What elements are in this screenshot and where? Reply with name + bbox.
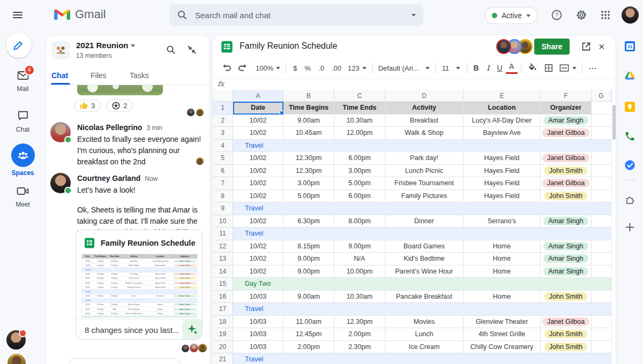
formula-bar[interactable]: fx	[213, 78, 616, 91]
plus-icon[interactable]	[624, 222, 635, 233]
cell[interactable]: John Smith	[541, 190, 592, 203]
cell[interactable]: 10/03	[233, 328, 283, 341]
cell[interactable]: Kid's Bedtime	[385, 253, 463, 266]
row-header-12[interactable]: 12	[213, 240, 233, 253]
fill-handle[interactable]	[280, 111, 284, 115]
cell[interactable]: Amar Singh	[541, 253, 592, 266]
cell[interactable]: John Smith	[541, 165, 592, 178]
column-header-C[interactable]: C	[334, 90, 385, 102]
cell[interactable]: 10/02	[233, 253, 283, 266]
band-cell[interactable]: Travel	[233, 228, 611, 240]
row-header-6[interactable]: 6	[213, 165, 233, 178]
cell[interactable]: Dinner	[385, 215, 463, 228]
cell[interactable]: John Smith	[541, 328, 592, 341]
tab-files[interactable]: Files	[91, 66, 107, 85]
cell[interactable]: 10/02	[233, 240, 283, 253]
cell[interactable]: Walk & Shop	[385, 127, 463, 140]
search-options-caret-icon[interactable]	[412, 14, 416, 17]
cell[interactable]	[592, 152, 611, 165]
row-header-1[interactable]: 1	[213, 102, 233, 115]
row-header-3[interactable]: 3	[213, 127, 233, 140]
row-header-13[interactable]: 13	[213, 253, 233, 266]
cell[interactable]: 10.30am	[334, 115, 385, 127]
search-bar[interactable]: Search mail and chat	[169, 4, 423, 26]
format-percent-button[interactable]: %	[304, 64, 311, 72]
cell[interactable]: Breakfast	[385, 115, 463, 127]
cell[interactable]: Amar Singh	[541, 240, 592, 253]
cell[interactable]: 4th Street Grille	[463, 328, 541, 341]
column-header-A[interactable]: A	[233, 90, 283, 102]
band-cell[interactable]: Travel	[233, 202, 611, 215]
user-avatar[interactable]	[622, 6, 639, 24]
cell[interactable]: 5.00pm	[283, 190, 334, 203]
cell[interactable]: Ice Cream	[385, 341, 463, 354]
sparkle-icon[interactable]	[182, 319, 202, 339]
cell[interactable]: John Smith	[541, 341, 592, 354]
cell[interactable]: Glenview Theater	[463, 316, 541, 329]
cell[interactable]: Hayes Field	[463, 165, 541, 178]
undo-icon[interactable]	[221, 63, 232, 73]
cell[interactable]: Hayes Field	[463, 190, 541, 203]
drive-icon[interactable]	[624, 71, 635, 81]
cell[interactable]	[592, 127, 611, 140]
underline-button[interactable]: U	[494, 64, 506, 72]
sidebar-item-meet[interactable]: Meet	[0, 185, 46, 208]
cell[interactable]	[592, 102, 611, 115]
share-button[interactable]: Share	[534, 39, 570, 55]
merge-cells-select[interactable]	[559, 63, 577, 73]
collaborator-avatar[interactable]	[496, 39, 511, 54]
format-currency-button[interactable]: $	[293, 64, 297, 72]
cell[interactable]	[592, 215, 611, 228]
cell[interactable]	[592, 328, 611, 341]
cell[interactable]: 2.00pm	[334, 328, 385, 341]
fill-color-icon[interactable]	[528, 63, 537, 73]
text-color-button[interactable]: A	[506, 63, 518, 74]
cell[interactable]: Organizer	[541, 102, 592, 115]
row-header-20[interactable]: 20	[213, 341, 233, 354]
row-header-10[interactable]: 10	[213, 215, 233, 228]
column-header-B[interactable]: B	[283, 90, 334, 102]
column-header-F[interactable]: F	[541, 90, 592, 102]
cell[interactable]	[592, 341, 611, 354]
italic-button[interactable]: I	[482, 64, 494, 72]
cell[interactable]: Lunch	[385, 328, 463, 341]
cell[interactable]	[592, 316, 611, 329]
settings-gear-icon[interactable]	[575, 9, 587, 21]
cell[interactable]: 5.00pm	[334, 177, 385, 190]
cell[interactable]: 10/03	[233, 341, 283, 354]
cell[interactable]: 10/02	[233, 115, 283, 127]
cell[interactable]: 10/02	[233, 215, 283, 228]
cell[interactable]: Park day!	[385, 152, 463, 165]
cell[interactable]	[592, 266, 611, 278]
row-header-14[interactable]: 14	[213, 266, 233, 278]
message-input[interactable]	[68, 358, 181, 364]
cell[interactable]: 10/02	[233, 190, 283, 203]
cell[interactable]: 10/02	[233, 266, 283, 278]
font-size-select[interactable]: 11	[442, 64, 460, 72]
cell[interactable]: 12.30pm	[283, 165, 334, 178]
row-header-15[interactable]: 15	[213, 278, 233, 291]
cell[interactable]: 11.00am	[283, 316, 334, 329]
cell[interactable]: 10.45am	[283, 127, 334, 140]
more-options-button[interactable]: ···	[589, 64, 597, 72]
message-author-avatar[interactable]	[50, 173, 71, 193]
cell[interactable]: Home	[463, 240, 541, 253]
cell[interactable]: 3.00pm	[283, 177, 334, 190]
open-in-new-icon[interactable]	[580, 41, 592, 52]
cell[interactable]	[592, 177, 611, 190]
cell[interactable]: Frisbee Tournament	[385, 177, 463, 190]
cell[interactable]: Amar Singh	[541, 266, 592, 278]
reaction-thumbs-up[interactable]: 3	[74, 100, 101, 112]
grid-scrollbar-track[interactable]	[611, 90, 616, 364]
message-author-avatar[interactable]	[50, 122, 71, 142]
sidebar-item-mail[interactable]: 4 Mail	[0, 70, 46, 93]
cell[interactable]: 10/02	[233, 127, 283, 140]
borders-icon[interactable]	[544, 63, 554, 73]
cell[interactable]: N/A	[334, 253, 385, 266]
cell[interactable]: Serrano's	[463, 215, 541, 228]
cell[interactable]	[592, 240, 611, 253]
cell[interactable]: Amar Singh	[541, 215, 592, 228]
row-header-19[interactable]: 19	[213, 328, 233, 341]
number-format-select[interactable]: 123	[348, 64, 367, 72]
cell[interactable]: 12.00pm	[334, 127, 385, 140]
